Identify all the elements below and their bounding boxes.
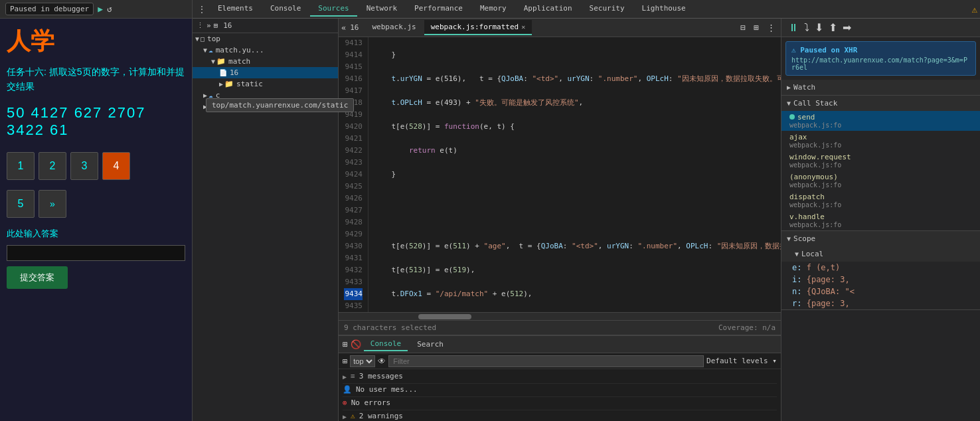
console-clear-icon[interactable]: 🚫 [351, 339, 361, 349]
paused-xhr-title: ⚠ Paused on XHR [791, 46, 970, 54]
console-no-user-msg: 👤 No user mes... [343, 384, 777, 397]
scope-var-i: i: {page: 3, [781, 274, 980, 286]
logo-text: 人学 [7, 25, 185, 58]
local-label: Local [801, 250, 823, 258]
debugger-status-bar: Paused in debugger ▶ ↺ [0, 0, 192, 19]
step-into-btn[interactable]: ⬇ [813, 21, 825, 34]
tab-lighthouse[interactable]: Lighthouse [634, 1, 694, 17]
tab-application[interactable]: Application [516, 1, 580, 17]
local-header[interactable]: ▼ Local [781, 246, 980, 262]
scope-arrow: ▼ [787, 235, 791, 242]
filetree-grid[interactable]: ⊞ [214, 21, 218, 30]
tab-performance[interactable]: Performance [406, 1, 471, 17]
horizontal-scrollbar[interactable] [339, 312, 781, 320]
tree-static[interactable]: ▶ 📁 static [193, 78, 338, 90]
editor-expand-icon[interactable]: ⊞ [751, 23, 762, 33]
answer-input[interactable] [7, 245, 185, 261]
tree-label-static: static [236, 80, 263, 88]
tab-network[interactable]: Network [359, 1, 405, 17]
tree-file-16[interactable]: 📄 16 [193, 67, 338, 78]
var-val-r: {page: 3, [807, 299, 850, 308]
file-tree-header: ⋮ » ⊞ 16 [193, 19, 338, 33]
console-warnings-group[interactable]: ▶ ⚠ 2 warnings [343, 410, 777, 421]
callstack-vhandle[interactable]: v.handle webpack.js:fo [781, 210, 980, 230]
pagination-row2: 5 » [7, 190, 185, 218]
filetree-menu[interactable]: ⋮ [197, 21, 204, 30]
tab-webpackjs-formatted[interactable]: webpack.js:formatted ✕ [424, 20, 532, 35]
step-over-button[interactable]: ↺ [107, 4, 112, 14]
tab-security[interactable]: Security [582, 1, 633, 17]
code-line-9422: t[e(513)] = e(519), [374, 264, 776, 276]
paused-xhr-label: Paused on XHR [800, 46, 857, 54]
error-icon: ⊗ [343, 398, 347, 407]
code-line-9419 [374, 193, 776, 205]
page-3[interactable]: 3 [70, 152, 98, 180]
callstack-window-request[interactable]: window.request webpack.js:fo [781, 151, 980, 171]
tab-console[interactable]: Console [262, 1, 309, 17]
pagination: 1 2 3 4 [7, 152, 185, 180]
tree-top[interactable]: ▼ □ top [193, 33, 338, 44]
tab-console-main[interactable]: Console [364, 337, 408, 351]
debugger-controls: ⏸ ⤵ ⬇ ⬆ ➡ [781, 19, 980, 37]
tree-match-folder[interactable]: ▼ 📁 match [193, 56, 338, 67]
console-no-errors: ⊗ No errors [343, 397, 777, 410]
code-viewer: 9413 9414 9415 9416 9417 9418 9419 9420 … [339, 37, 781, 312]
paused-label: Paused in debugger [10, 5, 89, 13]
page-5[interactable]: 5 [7, 190, 35, 218]
editor-more-icon[interactable]: ⋮ [764, 23, 778, 33]
tab-memory[interactable]: Memory [472, 1, 515, 17]
watch-header[interactable]: ▶ Watch [781, 80, 980, 95]
step-btn[interactable]: ➡ [841, 21, 853, 34]
console-context-icon[interactable]: ⊞ [343, 357, 347, 366]
tab-close-icon[interactable]: ✕ [521, 23, 525, 31]
var-val-n: {QJoBA: "< [807, 287, 855, 296]
scrollbar-thumb[interactable] [418, 314, 471, 319]
callstack-dispatch[interactable]: dispatch webpack.js:fo [781, 191, 980, 210]
console-messages-group[interactable]: ▶ ≡ 3 messages [343, 371, 777, 384]
console-filter-input[interactable] [388, 355, 704, 367]
tab-webpackjs[interactable]: webpack.js [365, 20, 422, 35]
user-icon: 👤 [343, 385, 352, 394]
tab-arrows-left[interactable]: ⋮ [195, 5, 208, 14]
callstack-fn-vhandle: v.handle [789, 212, 972, 221]
var-name-r: r: [792, 299, 807, 308]
tab-prev-arrow[interactable]: « [341, 23, 346, 33]
watch-section: ▶ Watch [781, 80, 980, 96]
console-show-live-icon[interactable]: 👁 [378, 357, 386, 366]
paused-badge: Paused in debugger [5, 3, 94, 15]
page-2[interactable]: 2 [39, 152, 66, 180]
editor-icons: ⊟ ⊞ ⋮ [738, 23, 778, 33]
callstack-header[interactable]: ▼ Call Stack [781, 96, 980, 111]
step-out-btn[interactable]: ⬆ [827, 21, 839, 34]
var-name-n: n: [792, 287, 807, 296]
resume-button[interactable]: ▶ [98, 4, 103, 14]
submit-button[interactable]: 提交答案 [7, 266, 68, 289]
debug-buttons: ⏸ ⤵ ⬇ ⬆ ➡ [787, 21, 853, 34]
group-arrow-icon[interactable]: ▶ [343, 373, 347, 380]
tab-sources[interactable]: Sources [310, 1, 357, 17]
page-next[interactable]: » [39, 190, 66, 218]
scope-header[interactable]: ▼ Scope [781, 231, 980, 246]
warning-icon-console: ⚠ [351, 412, 355, 420]
console-level-select[interactable]: Default levels ▾ [706, 357, 777, 365]
file-tree: ⋮ » ⊞ 16 ▼ □ top ▼ ☁ match.yu... ▼ 📁 [193, 19, 339, 421]
console-context-select[interactable]: top [350, 355, 375, 367]
pause-resume-button[interactable]: ⏸ [787, 21, 800, 34]
callstack-ajax[interactable]: ajax webpack.js:fo [781, 131, 980, 151]
filetree-arrows[interactable]: » [206, 21, 211, 30]
tab-search[interactable]: Search [410, 338, 450, 351]
callstack-anonymous[interactable]: (anonymous) webpack.js:fo [781, 171, 980, 191]
page-4[interactable]: 4 [102, 152, 130, 180]
warning-group-arrow[interactable]: ▶ [343, 413, 347, 420]
callstack-file-send: webpack.js:fo [789, 122, 972, 129]
tree-match-cloud[interactable]: ▼ ☁ match.yu... [193, 44, 338, 56]
console-settings-icon[interactable]: ⊞ [343, 339, 348, 349]
editor-collapse-icon[interactable]: ⊟ [738, 23, 748, 33]
tab-elements[interactable]: Elements [210, 1, 261, 17]
task-text: 任务十六: 抓取这5页的数字，计算加和并提交结果 [7, 64, 185, 94]
page-1[interactable]: 1 [7, 152, 35, 180]
step-over-btn[interactable]: ⤵ [803, 21, 811, 34]
callstack-arrow: ▼ [787, 100, 791, 107]
callstack-send[interactable]: send webpack.js:fo [781, 111, 980, 131]
scope-section: ▼ Scope ▼ Local e: f (e,t) i: {page: 3, … [781, 231, 980, 310]
